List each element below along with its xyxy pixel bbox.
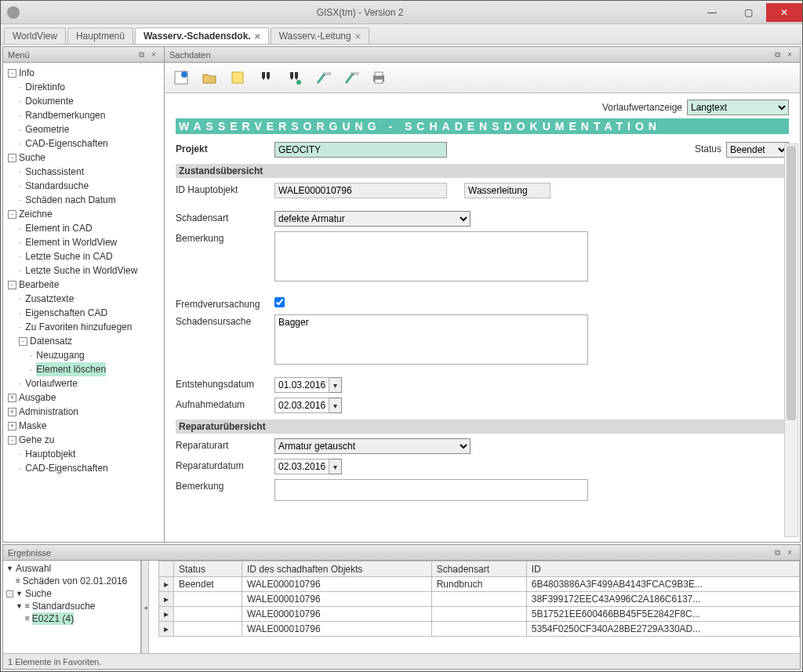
expand-icon[interactable]: + <box>8 394 16 402</box>
fremd-checkbox[interactable] <box>274 297 285 307</box>
date-picker-icon[interactable]: ▾ <box>329 398 342 413</box>
repbem-field[interactable] <box>274 479 588 501</box>
tool-note-button[interactable] <box>226 66 249 89</box>
menu-node[interactable]: -Gehe zu <box>8 433 162 447</box>
expand-icon[interactable]: - <box>8 281 16 289</box>
menu-item[interactable]: ·Schäden nach Datum <box>19 193 162 207</box>
menu-item[interactable]: ·Vorlaufwerte <box>19 376 162 390</box>
column-header[interactable]: ID <box>526 561 799 577</box>
row-selector[interactable]: ▸ <box>159 607 174 622</box>
table-row[interactable]: ▸BeendetWALE000010796Rundbruch6B4803886A… <box>159 577 800 592</box>
tool-cad-button[interactable]: CAD <box>311 66 334 89</box>
expand-icon[interactable]: - <box>8 69 16 78</box>
menu-item[interactable]: ·Direktinfo <box>19 80 162 94</box>
menu-item-label: Zu Favoriten hinzufuegen <box>25 320 132 334</box>
entsteh-field[interactable] <box>274 377 329 393</box>
tree-node-suche[interactable]: -▼Suche <box>6 587 139 600</box>
menu-node[interactable]: -Suche <box>8 151 162 165</box>
menu-node[interactable]: +Administration <box>8 405 162 419</box>
row-selector[interactable]: ▸ <box>159 592 174 607</box>
column-header[interactable]: Status <box>174 561 242 577</box>
status-select[interactable]: Beendet <box>726 142 789 158</box>
tree-node-leaf[interactable]: ≡E02Z1 (4) <box>25 612 139 625</box>
panel-pin-icon[interactable]: ⧉ <box>136 49 147 60</box>
panel-max-icon[interactable]: ⧉ <box>772 49 783 60</box>
menu-node[interactable]: -Info <box>8 66 162 80</box>
tab-worldview[interactable]: WorldView <box>4 27 66 44</box>
column-header[interactable]: Schadensart <box>431 561 526 577</box>
menu-item[interactable]: ·Zusatztexte <box>19 292 162 306</box>
table-row[interactable]: ▸WALE00001079638F399172EEC43A996C2A186C6… <box>159 592 800 607</box>
panel-close-icon[interactable]: × <box>784 49 795 60</box>
menu-item[interactable]: ·Element in WorldView <box>19 235 162 249</box>
ursache-field[interactable]: Bagger <box>274 314 588 365</box>
menu-item[interactable]: ·Element in CAD <box>19 221 162 235</box>
menu-node[interactable]: +Ausgabe <box>8 390 162 405</box>
close-icon[interactable]: ✕ <box>254 32 260 41</box>
vorlauf-select[interactable]: Langtext <box>687 100 789 115</box>
minimize-button[interactable]: ― <box>694 3 730 22</box>
menu-node[interactable]: +Maske <box>8 419 162 433</box>
panel-max-icon[interactable]: ⧉ <box>772 547 783 558</box>
tool-open-button[interactable] <box>198 66 221 89</box>
menu-item[interactable]: ·CAD-Eigenschaften <box>19 136 162 151</box>
menu-item[interactable]: ·Zu Favoriten hinzufuegen <box>19 320 162 334</box>
row-selector[interactable]: ▸ <box>159 622 174 637</box>
menu-item[interactable]: ·Randbemerkungen <box>19 108 162 122</box>
column-header[interactable]: ID des schadhaften Objekts <box>242 561 431 577</box>
tool-search2-button[interactable] <box>282 66 306 89</box>
close-button[interactable]: ✕ <box>766 3 802 22</box>
tab-wasserv-schadensdok-[interactable]: Wasserv.-Schadensdok.✕ <box>135 27 269 44</box>
menu-item[interactable]: ·Eigenschaften CAD <box>19 306 162 320</box>
repart-select[interactable]: Armatur getauscht <box>274 438 471 454</box>
statusbar: 1 Elemente in Favoriten. <box>3 653 800 669</box>
tool-wv-button[interactable]: WV <box>339 66 362 89</box>
menu-item[interactable]: ·Dokumente <box>19 94 162 108</box>
date-picker-icon[interactable]: ▾ <box>329 377 342 393</box>
tab-hauptmen-[interactable]: Hauptmenü <box>67 27 133 44</box>
menu-item[interactable]: ·Element löschen <box>30 362 162 376</box>
content-scrollbar[interactable] <box>784 143 798 537</box>
menu-tree: -Info·Direktinfo·Dokumente·Randbemerkung… <box>3 63 164 542</box>
menu-item[interactable]: ·Suchassistent <box>19 165 162 179</box>
menu-item[interactable]: ·Neuzugang <box>30 348 162 362</box>
menu-item[interactable]: ·Standardsuche <box>19 179 162 193</box>
tool-search-button[interactable] <box>254 66 278 89</box>
table-row[interactable]: ▸WALE0000107965B17521EE600466BB45F5E2842… <box>159 607 800 622</box>
date-picker-icon[interactable]: ▾ <box>329 459 342 474</box>
close-icon[interactable]: ✕ <box>354 32 361 41</box>
menu-node[interactable]: -Zeichne <box>8 207 162 221</box>
expand-icon[interactable]: - <box>8 210 16 219</box>
maximize-button[interactable]: ▢ <box>730 3 766 22</box>
tool-form-button[interactable] <box>169 66 193 89</box>
menu-item[interactable]: ·CAD-Eigenschaften <box>19 461 162 475</box>
projekt-field[interactable] <box>274 142 447 158</box>
menu-item[interactable]: ·Geometrie <box>19 122 162 136</box>
tree-node-auswahl-child[interactable]: ≡Schäden von 02.01.2016 <box>16 575 139 587</box>
tree-node-standard[interactable]: ▼≡Standardsuche <box>16 600 139 612</box>
tool-print-button[interactable] <box>367 66 391 89</box>
menu-item[interactable]: ·Letzte Suche in CAD <box>19 249 162 263</box>
aufnahm-field[interactable] <box>274 398 329 413</box>
repdate-field[interactable] <box>274 459 329 474</box>
tree-node-auswahl[interactable]: ▼Auswahl <box>6 562 139 575</box>
menu-node[interactable]: -Datensatz <box>19 334 162 348</box>
menu-item[interactable]: ·Hauptobjekt <box>19 447 162 461</box>
splitter-handle[interactable]: ◂ <box>141 561 149 653</box>
row-selector[interactable]: ▸ <box>159 577 174 592</box>
expand-icon[interactable]: - <box>8 154 16 162</box>
menu-item[interactable]: ·Letzte Suche in WorldView <box>19 263 162 278</box>
menu-node[interactable]: -Bearbeite <box>8 278 162 292</box>
schadensart-select[interactable]: defekte Armatur <box>274 211 471 227</box>
expand-icon[interactable]: + <box>8 422 16 430</box>
cell: WALE000010796 <box>242 622 431 637</box>
table-row[interactable]: ▸WALE0000107965354F0250CF340A28BE2729A33… <box>159 622 800 637</box>
svg-point-1 <box>181 71 187 78</box>
panel-close-icon[interactable]: × <box>784 547 795 558</box>
tab-wasserv-leitung[interactable]: Wasserv.-Leitung✕ <box>271 27 369 44</box>
expand-icon[interactable]: + <box>8 408 16 416</box>
panel-close-icon[interactable]: × <box>148 49 159 60</box>
expand-icon[interactable]: - <box>19 337 27 346</box>
bemerkung-field[interactable] <box>274 231 588 282</box>
expand-icon[interactable]: - <box>8 436 16 445</box>
